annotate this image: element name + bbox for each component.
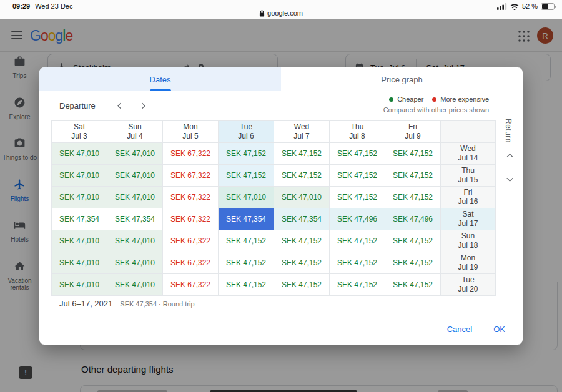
price-cell[interactable]: SEK 47,152 [219, 252, 274, 274]
price-cell[interactable]: SEK 47,010 [107, 143, 163, 165]
price-cell[interactable]: SEK 47,152 [330, 252, 385, 274]
return-date-label: FriJul 16 [441, 187, 496, 208]
departure-column-header: SatJul 3 [52, 121, 107, 143]
tab-dates-label: Dates [150, 75, 171, 84]
price-row: SEK 47,010SEK 47,010SEK 67,322SEK 47,152… [52, 274, 496, 296]
price-cell[interactable]: SEK 47,010 [107, 230, 163, 252]
price-cell[interactable]: SEK 47,152 [219, 230, 274, 252]
expensive-dot-icon [432, 97, 436, 102]
price-cell[interactable]: SEK 47,496 [330, 208, 385, 230]
price-cell[interactable]: SEK 47,152 [274, 143, 330, 165]
price-cell[interactable]: SEK 47,010 [107, 165, 163, 187]
legend-line: Cheaper More expensive [389, 96, 489, 103]
price-cell[interactable]: SEK 47,010 [52, 187, 107, 208]
prev-week-button[interactable] [112, 98, 128, 114]
price-cell[interactable]: SEK 47,152 [274, 252, 330, 274]
price-cell[interactable]: SEK 67,322 [163, 187, 219, 208]
price-cell[interactable]: SEK 47,152 [330, 274, 385, 296]
price-cell[interactable]: SEK 47,010 [107, 274, 163, 296]
selection-summary: Jul 6–17, 2021 SEK 47,354 · Round trip [59, 299, 195, 308]
price-cell[interactable]: SEK 67,322 [163, 143, 219, 165]
price-cell[interactable]: SEK 47,354 [274, 208, 330, 230]
departure-column-header: TueJul 6 [219, 121, 274, 143]
price-cell[interactable]: SEK 47,354 [52, 208, 107, 230]
price-cell[interactable]: SEK 47,152 [330, 165, 385, 187]
expensive-label: More expensive [440, 96, 489, 103]
date-price-dialog: Dates Price graph Departure Cheaper More… [39, 67, 523, 345]
price-cell[interactable]: SEK 47,152 [385, 274, 441, 296]
prev-return-week-button[interactable] [501, 147, 518, 164]
battery-icon [541, 3, 555, 10]
price-cell[interactable]: SEK 67,322 [163, 230, 219, 252]
ipad-screen: 09:29 Wed 23 Dec google.com 52 % Google … [0, 0, 562, 392]
return-date-label: SatJul 17 [441, 208, 496, 230]
price-cell[interactable]: SEK 47,010 [52, 274, 107, 296]
ok-button[interactable]: OK [493, 325, 505, 334]
selected-dates: Jul 6–17, 2021 [59, 299, 112, 308]
active-tab-indicator [150, 89, 171, 91]
cellular-icon [497, 3, 507, 10]
grid-corner-cell [441, 121, 496, 143]
price-cell[interactable]: SEK 47,152 [274, 165, 330, 187]
cancel-button[interactable]: Cancel [447, 325, 472, 334]
departure-column-header: ThuJul 8 [330, 121, 385, 143]
price-row: SEK 47,010SEK 47,010SEK 67,322SEK 47,152… [52, 230, 496, 252]
tab-price-graph[interactable]: Price graph [281, 67, 523, 91]
price-cell[interactable]: SEK 47,496 [385, 208, 441, 230]
price-cell[interactable]: SEK 47,010 [52, 165, 107, 187]
price-cell[interactable]: SEK 47,152 [330, 143, 385, 165]
price-cell[interactable]: SEK 67,322 [163, 252, 219, 274]
next-return-week-button[interactable] [501, 171, 518, 187]
departure-label: Departure [59, 101, 96, 110]
price-cell[interactable]: SEK 47,152 [219, 165, 274, 187]
dialog-actions: Cancel OK [447, 325, 505, 334]
dialog-tabs: Dates Price graph [39, 67, 523, 91]
address-bar[interactable]: google.com [0, 9, 562, 17]
departure-column-header: SunJul 4 [107, 121, 163, 143]
price-legend: Cheaper More expensive Compared with oth… [383, 96, 489, 114]
price-row: SEK 47,010SEK 47,010SEK 67,322SEK 47,152… [52, 165, 496, 187]
url-text: google.com [267, 9, 303, 17]
tab-price-graph-label: Price graph [381, 75, 422, 84]
tab-dates[interactable]: Dates [39, 67, 281, 91]
price-cell[interactable]: SEK 47,152 [330, 230, 385, 252]
status-bar: 09:29 Wed 23 Dec google.com 52 % [0, 0, 562, 19]
next-week-button[interactable] [136, 98, 152, 114]
price-cell[interactable]: SEK 47,152 [385, 187, 441, 208]
price-cell[interactable]: SEK 47,152 [274, 274, 330, 296]
selected-price: SEK 47,354 · Round trip [120, 300, 194, 308]
price-cell[interactable]: SEK 47,010 [219, 187, 274, 208]
price-cell[interactable]: SEK 47,152 [385, 230, 441, 252]
selected-price-cell[interactable]: SEK 47,354 [219, 208, 274, 230]
price-row: SEK 47,010SEK 47,010SEK 67,322SEK 47,152… [52, 252, 496, 274]
return-date-label: MonJul 19 [441, 252, 496, 274]
price-cell[interactable]: SEK 47,152 [274, 230, 330, 252]
price-cell[interactable]: SEK 47,010 [274, 187, 330, 208]
price-cell[interactable]: SEK 47,010 [52, 252, 107, 274]
price-cell[interactable]: SEK 47,010 [52, 230, 107, 252]
cheaper-dot-icon [389, 97, 393, 102]
price-cell[interactable]: SEK 47,152 [385, 252, 441, 274]
price-cell[interactable]: SEK 47,010 [107, 252, 163, 274]
price-cell[interactable]: SEK 47,152 [219, 274, 274, 296]
price-cell[interactable]: SEK 47,354 [107, 208, 163, 230]
price-cell[interactable]: SEK 47,010 [107, 187, 163, 208]
return-date-label: ThuJul 15 [441, 165, 496, 187]
price-cell[interactable]: SEK 47,010 [52, 143, 107, 165]
status-right: 52 % [497, 2, 555, 10]
price-row: SEK 47,354SEK 47,354SEK 67,322SEK 47,354… [52, 208, 496, 230]
departure-column-header: WedJul 7 [274, 121, 330, 143]
price-cell[interactable]: SEK 47,152 [385, 165, 441, 187]
wifi-icon [510, 3, 519, 10]
return-date-label: WedJul 14 [441, 143, 496, 165]
legend-note: Compared with other prices shown [383, 106, 489, 114]
price-cell[interactable]: SEK 67,322 [163, 274, 219, 296]
price-row: SEK 47,010SEK 47,010SEK 67,322SEK 47,010… [52, 187, 496, 208]
price-cell[interactable]: SEK 47,152 [219, 143, 274, 165]
price-cell[interactable]: SEK 67,322 [163, 208, 219, 230]
price-cell[interactable]: SEK 47,152 [330, 187, 385, 208]
lock-icon [259, 10, 265, 17]
price-cell[interactable]: SEK 67,322 [163, 165, 219, 187]
price-cell[interactable]: SEK 47,152 [385, 143, 441, 165]
return-axis-label: Return [504, 119, 513, 143]
